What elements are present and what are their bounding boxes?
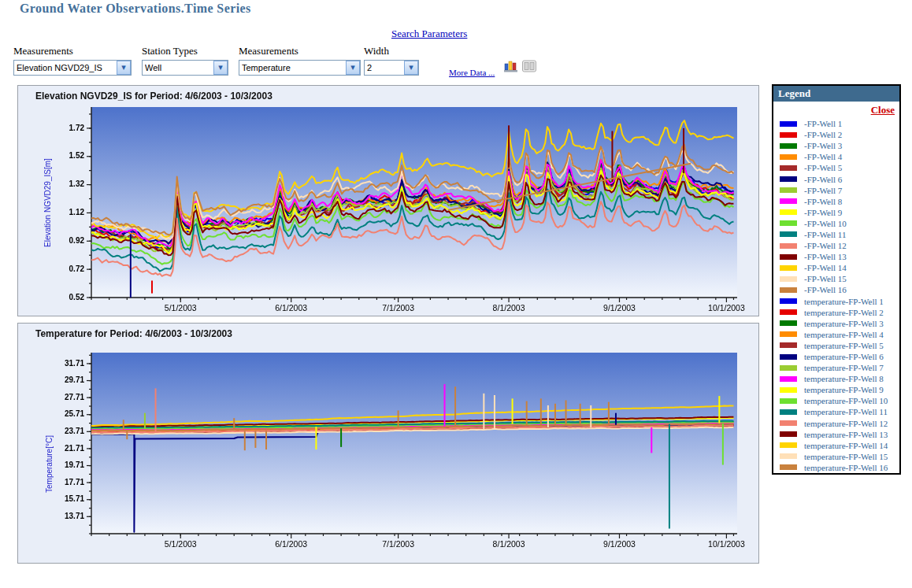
legend-entry-label: temperature-FP-Well 6 <box>804 352 884 361</box>
legend-swatch <box>780 342 797 348</box>
width-select[interactable]: 2 <box>364 60 419 76</box>
bar-chart-icon[interactable] <box>504 60 517 76</box>
legend-entry-label: -FP-Well 16 <box>804 285 847 294</box>
legend-swatch <box>780 143 797 149</box>
legend-entry: temperature-FP-Well 5 <box>773 340 899 351</box>
temperature-chart-panel: Temperature for Period: 4/6/2003 - 10/3/… <box>17 323 759 564</box>
legend-entry: temperature-FP-Well 4 <box>773 329 899 340</box>
legend-swatch <box>780 220 797 226</box>
legend-swatch <box>780 287 797 293</box>
legend-entry: -FP-Well 5 <box>773 162 899 173</box>
legend-swatch <box>780 464 797 470</box>
station-types-select[interactable]: Well <box>142 60 228 76</box>
legend-entry: temperature-FP-Well 2 <box>773 307 899 318</box>
legend-entry: temperature-FP-Well 11 <box>773 406 899 417</box>
legend-swatch <box>780 176 797 182</box>
page: { "page_title": "Ground Water Observatio… <box>0 0 912 588</box>
legend-entry-label: temperature-FP-Well 8 <box>804 374 884 383</box>
legend-entry: -FP-Well 6 <box>773 173 899 184</box>
legend-entry-label: -FP-Well 8 <box>804 197 842 206</box>
elevation-y-axis-label: Elevation NGVD29_IS[m] <box>43 158 52 247</box>
legend-swatch <box>780 442 797 448</box>
legend-entry: -FP-Well 2 <box>773 129 899 140</box>
legend-entry-label: -FP-Well 11 <box>804 230 846 239</box>
legend-entry: -FP-Well 10 <box>773 218 899 229</box>
legend-swatch <box>780 431 797 437</box>
legend-entry: -FP-Well 3 <box>773 140 899 151</box>
data-table-icon[interactable] <box>522 60 536 76</box>
legend-entry-label: -FP-Well 2 <box>804 130 842 139</box>
measurements-1-control: Measurements Elevation NGVD29_IS <box>13 45 132 76</box>
legend-swatch <box>780 154 797 160</box>
legend-entry-label: temperature-FP-Well 9 <box>804 385 884 394</box>
legend-entry: -FP-Well 7 <box>773 185 899 196</box>
legend-swatch <box>780 298 797 304</box>
legend-swatch <box>780 132 797 138</box>
legend-entry-label: -FP-Well 4 <box>804 152 842 161</box>
legend-entry-label: temperature-FP-Well 1 <box>804 297 884 306</box>
legend-swatch <box>780 453 797 459</box>
legend-header: Legend <box>773 86 899 102</box>
elevation-chart-panel: Elevation NGVD29_IS for Period: 4/6/2003… <box>17 85 759 316</box>
temperature-chart-canvas <box>18 324 758 563</box>
station-types-control: Station Types Well <box>142 45 228 76</box>
legend-entry-label: temperature-FP-Well 5 <box>804 341 884 350</box>
legend-entry-label: -FP-Well 14 <box>804 263 847 272</box>
legend-swatch <box>780 320 797 326</box>
legend-entry-label: temperature-FP-Well 15 <box>804 452 888 461</box>
search-parameters-link[interactable]: Search Parameters <box>391 28 467 40</box>
legend-entry: -FP-Well 8 <box>773 196 899 207</box>
legend-swatch <box>780 243 797 249</box>
measurements-2-label: Measurements <box>239 45 361 57</box>
legend-entry: temperature-FP-Well 13 <box>773 429 899 440</box>
legend-swatch <box>780 365 797 371</box>
legend-swatch <box>780 398 797 404</box>
legend-entry: -FP-Well 15 <box>773 273 899 284</box>
legend-entry: temperature-FP-Well 9 <box>773 384 899 395</box>
legend-entry-label: -FP-Well 9 <box>804 208 842 217</box>
legend-close-link[interactable]: Close <box>773 104 895 116</box>
legend-swatch <box>780 198 797 204</box>
legend-swatch <box>780 121 797 127</box>
legend-entry-label: temperature-FP-Well 3 <box>804 319 884 328</box>
measurements-2-select[interactable]: Temperature <box>239 60 361 76</box>
legend-entry: temperature-FP-Well 14 <box>773 440 899 451</box>
legend-entry: temperature-FP-Well 1 <box>773 296 899 307</box>
legend-entry-label: temperature-FP-Well 10 <box>804 396 888 405</box>
legend-entry-label: temperature-FP-Well 14 <box>804 441 888 450</box>
legend-entry: -FP-Well 1 <box>773 118 899 129</box>
temperature-chart-title: Temperature for Period: 4/6/2003 - 10/3/… <box>35 328 232 339</box>
legend-entry: temperature-FP-Well 3 <box>773 318 899 329</box>
measurements-2-control: Measurements Temperature <box>239 45 361 76</box>
more-data-link[interactable]: More Data ... <box>449 68 495 77</box>
legend-entry: -FP-Well 13 <box>773 251 899 262</box>
legend-entry-label: -FP-Well 3 <box>804 141 842 150</box>
measurements-1-select[interactable]: Elevation NGVD29_IS <box>13 60 132 76</box>
legend-swatch <box>780 209 797 215</box>
legend-swatch <box>780 387 797 393</box>
legend-entry-label: temperature-FP-Well 11 <box>804 407 888 416</box>
legend-entry: temperature-FP-Well 8 <box>773 373 899 384</box>
legend-entry-label: -FP-Well 10 <box>804 219 847 228</box>
legend-entry-label: temperature-FP-Well 13 <box>804 430 888 439</box>
legend-entry-label: temperature-FP-Well 4 <box>804 330 884 339</box>
legend-entry: -FP-Well 14 <box>773 262 899 273</box>
legend-entry: -FP-Well 16 <box>773 284 899 295</box>
width-label: Width <box>364 45 419 57</box>
legend-entry-label: temperature-FP-Well 7 <box>804 363 884 372</box>
page-title: Ground Water Observations.Time Series <box>20 2 251 16</box>
legend-entry: temperature-FP-Well 15 <box>773 451 899 462</box>
legend-entry: -FP-Well 12 <box>773 240 899 251</box>
legend-entries: -FP-Well 1-FP-Well 2-FP-Well 3-FP-Well 4… <box>773 118 899 473</box>
temperature-y-axis-label: Temperature[°C] <box>45 435 54 493</box>
legend-entry: temperature-FP-Well 7 <box>773 362 899 373</box>
legend-swatch <box>780 254 797 260</box>
legend-entry: temperature-FP-Well 10 <box>773 395 899 406</box>
legend-swatch <box>780 265 797 271</box>
legend-entry-label: -FP-Well 1 <box>804 119 842 128</box>
legend-swatch <box>780 276 797 282</box>
legend-swatch <box>780 420 797 426</box>
legend-entry-label: -FP-Well 7 <box>804 186 842 195</box>
legend-swatch <box>780 309 797 315</box>
measurements-1-label: Measurements <box>13 45 132 57</box>
